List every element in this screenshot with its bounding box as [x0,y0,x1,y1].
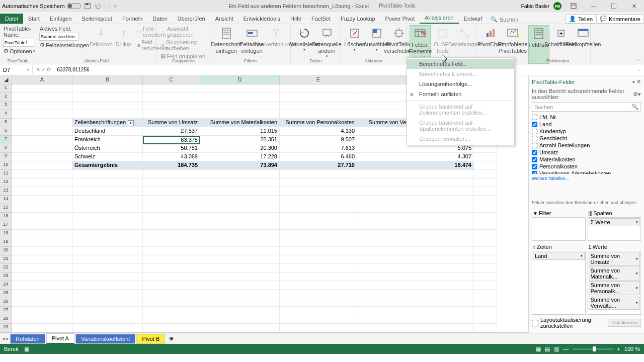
view-layout-icon[interactable]: ▤ [545,346,550,352]
field-item[interactable]: Geschlecht [532,135,641,142]
tab-ueberpruefen[interactable]: Überprüfen [173,14,210,24]
field-item[interactable]: Umsatz [532,149,641,156]
more-tables[interactable]: Weitere Tabellen... [532,174,641,183]
field-item[interactable]: Anzahl Bestellungen [532,142,641,149]
pivot-value[interactable]: 9.507 [280,136,357,144]
pivot-row-label[interactable]: Schweiz [72,153,143,161]
pane-options-icon[interactable]: ▾ [632,79,635,84]
pivot-row-label[interactable]: Deutschland [72,127,143,136]
field-checkbox[interactable] [532,129,537,134]
value-item[interactable]: Summe von Umsatz▾ [589,252,640,266]
field-checkbox[interactable] [532,136,537,141]
share-button[interactable]: 👤Teilen [566,14,596,24]
field-item[interactable]: Kundentyp [532,128,641,135]
field-checkbox[interactable] [532,157,537,162]
tab-analysieren[interactable]: Analysieren [420,13,458,24]
row-header[interactable]: 12 [0,178,12,187]
pivot-total-value[interactable]: 18.474 [357,161,474,170]
col-header[interactable]: E [280,75,357,84]
row-header[interactable]: 3 [0,102,12,110]
row-header[interactable]: 6 [0,127,12,136]
zoom-in-icon[interactable]: + [617,346,620,352]
tab-hilfe[interactable]: Hilfe [285,14,306,24]
comments-button[interactable]: 💬Kommentare [596,14,644,24]
row-header[interactable]: 11 [0,170,12,178]
pivot-value[interactable]: 6.460 [280,153,357,161]
row-header[interactable]: 5 [0,119,12,127]
pivot-value[interactable]: 17.228 [200,153,280,161]
value-item[interactable]: Summe von Materialk...▾ [589,266,640,281]
defer-checkbox[interactable] [532,320,538,326]
options-button[interactable]: ⚙Optionen▾ [3,47,33,55]
row-header[interactable]: 24 [0,281,12,290]
col-header[interactable]: B [72,75,143,84]
sheet-tab[interactable]: Variationskoeffizient [75,334,135,344]
pivot-name-input[interactable] [3,39,34,47]
field-checkbox[interactable] [532,150,537,155]
tab-formeln[interactable]: Formeln [117,14,147,24]
redo-icon[interactable] [104,3,111,10]
row-header[interactable]: 18 [0,230,12,238]
field-checkbox[interactable] [532,164,537,169]
pivot-total-value[interactable]: 184.735 [143,161,200,170]
pivot-header[interactable]: Summe von Umsatz [143,119,200,127]
field-checkbox[interactable] [532,143,537,148]
pivot-value[interactable]: 25.351 [200,136,280,144]
row-header[interactable]: 26 [0,298,12,307]
filter-icon[interactable]: ▾ [128,120,134,126]
minimize-icon[interactable]: — [586,1,602,11]
tab-entwicklertools[interactable]: Entwicklertools [238,14,285,24]
pivot-value[interactable]: 4.130 [280,127,357,136]
nav-first-icon[interactable]: ◂ [2,335,5,342]
calc-field-item[interactable]: Berechnetes Feld... [407,59,514,69]
gear-icon[interactable]: ⚙▾ [633,91,641,98]
zoom-level[interactable]: 100 % [624,346,640,352]
field-item[interactable]: Lfd. Nr. [532,114,641,121]
maximize-icon[interactable] [606,1,622,11]
row-header[interactable]: 27 [0,307,12,315]
sheet-tab[interactable]: Rohdaten [10,334,45,344]
fx-icon[interactable]: fx [47,66,51,73]
macro-icon[interactable]: ▦ [24,346,29,352]
pivot-row-label[interactable]: Frankreich [72,136,143,144]
pivot-value[interactable]: 5.075 [357,144,474,153]
value-item[interactable]: Summe von Verwaltu...▾ [589,296,640,310]
row-header[interactable]: 2 [0,93,12,102]
row-header[interactable]: 28 [0,315,12,324]
filter-drop[interactable] [532,217,586,241]
sheet-tab[interactable]: Pivot A [46,333,74,344]
zoom-slider[interactable] [573,348,613,350]
field-settings-button[interactable]: ⚙Feldeinstellungen [39,41,90,49]
zoom-out-icon[interactable]: — [563,346,569,352]
row-header[interactable]: 1 [0,84,12,93]
field-checkbox[interactable] [532,115,537,120]
solve-order-item[interactable]: Lösungsreihenfolge... [407,79,514,89]
sheet-tab[interactable]: Pivot B [136,334,165,344]
row-header[interactable]: 8 [0,144,12,153]
field-item[interactable]: Verwaltungs-/Vertriebskosten [532,170,641,174]
col-header[interactable]: C [143,75,200,84]
field-search[interactable]: Suchen🔍 [532,102,641,112]
field-item[interactable]: Land [532,121,641,128]
pivot-value[interactable]: 4.307 [357,153,474,161]
row-header[interactable]: 7 [0,136,12,144]
pivot-total-value[interactable]: 27.710 [280,161,357,170]
cancel-icon[interactable]: ✕ [36,66,40,73]
pivot-value[interactable]: 43.069 [143,153,200,161]
view-break-icon[interactable]: ▥ [554,346,559,352]
col-header[interactable]: D [200,75,280,84]
tab-start[interactable]: Start [23,14,45,24]
autosave-toggle[interactable]: Automatisches Speichern [2,3,81,9]
row-item[interactable]: Land▾ [533,252,585,260]
pivot-value[interactable]: 20.300 [200,144,280,153]
ribbon-options-icon[interactable] [566,1,582,11]
tab-file[interactable]: Datei [0,14,23,24]
view-normal-icon[interactable]: ▦ [536,346,541,352]
pivot-header[interactable]: Summe von Materialkosten [200,119,280,127]
pivot-value[interactable]: 50.751 [143,144,200,153]
horizontal-scrollbar[interactable] [0,332,528,333]
row-header[interactable]: 29 [0,324,12,332]
pivot-value[interactable]: 11.015 [200,127,280,136]
qat-customize-icon[interactable]: ▾ [114,4,116,9]
value-item[interactable]: Summe von Personalk...▾ [589,281,640,295]
